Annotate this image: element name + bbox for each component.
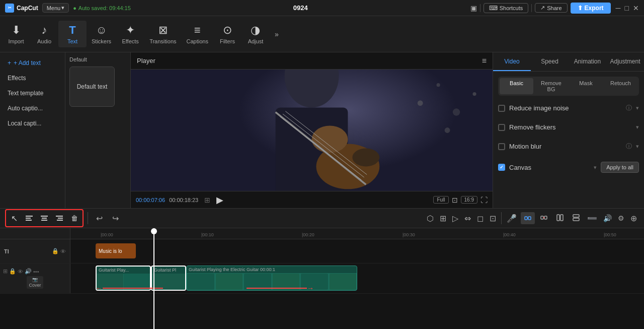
svg-rect-15 xyxy=(26,216,33,217)
text-track-visibility[interactable]: 👁 xyxy=(60,248,66,254)
mirror-tool-button[interactable]: ⇔ xyxy=(462,212,473,225)
tool-stickers[interactable]: ☺ Stickers xyxy=(87,21,116,47)
subtab-remove-bg[interactable]: Remove BG xyxy=(534,78,568,94)
svg-rect-23 xyxy=(57,220,63,221)
app-logo: ✂ CapCut xyxy=(5,4,38,13)
video-track-visibility[interactable]: 👁 xyxy=(18,269,23,275)
remove-flickers-checkbox[interactable] xyxy=(498,124,505,131)
tool-filters[interactable]: ⊙ Filters xyxy=(213,21,242,47)
export-button[interactable]: ⬆ Export xyxy=(571,3,611,14)
fullscreen-button[interactable]: ⛶ xyxy=(480,196,488,204)
crop-tool-button[interactable]: ⊡ xyxy=(488,212,498,225)
subtab-mask[interactable]: Mask xyxy=(569,78,603,94)
default-text-card[interactable]: Default text xyxy=(69,67,115,107)
close-button[interactable]: ✕ xyxy=(633,4,639,12)
redo-button[interactable]: ↪ xyxy=(108,211,122,225)
sidebar-item-auto-caption[interactable]: Auto captio... xyxy=(3,101,62,115)
tab-speed[interactable]: Speed xyxy=(531,52,569,71)
svg-point-12 xyxy=(472,92,476,96)
svg-rect-25 xyxy=(528,217,531,220)
motion-blur-chevron[interactable]: ▾ xyxy=(636,143,639,150)
tool-captions[interactable]: ≡ Captions xyxy=(182,21,213,47)
video-track-add[interactable]: ⊞ xyxy=(3,268,8,275)
canvas-checkbox[interactable]: ✓ xyxy=(498,164,505,171)
text-track-icon: TI xyxy=(4,248,9,254)
svg-rect-16 xyxy=(26,218,31,219)
tab-animation[interactable]: Animation xyxy=(569,52,606,71)
split-view-button[interactable]: ⊞ xyxy=(438,212,448,225)
menu-button[interactable]: Menu ▾ xyxy=(42,3,69,13)
full-size-button[interactable]: Full xyxy=(433,196,448,204)
play-preview-button[interactable]: ▷ xyxy=(450,212,460,225)
undo-button[interactable]: ↩ xyxy=(92,211,106,225)
ruler-mark-0: |00:00 xyxy=(101,232,113,237)
shortcuts-button[interactable]: ⌨ Shortcuts xyxy=(484,3,528,13)
text-clip[interactable]: Music is lo xyxy=(96,243,136,258)
tool-effects[interactable]: ✦ Effects xyxy=(116,21,144,47)
video-clip-1[interactable]: Guitarist Play... xyxy=(96,266,151,291)
remove-flickers-chevron[interactable]: ▾ xyxy=(636,124,639,130)
video-track-volume[interactable]: 🔊 xyxy=(25,268,32,275)
ruler-mark-10: |00:10 xyxy=(201,232,214,237)
add-text-button[interactable]: + + Add text xyxy=(3,56,62,70)
maximize-button[interactable]: □ xyxy=(625,4,629,12)
cover-badge[interactable]: 📷 Cover xyxy=(27,276,43,289)
tab-adjustment[interactable]: Adjustment xyxy=(606,52,644,71)
svg-rect-22 xyxy=(58,218,63,219)
unlink-clips-button[interactable] xyxy=(537,212,551,225)
volume-button[interactable]: 🔊 xyxy=(601,212,614,224)
player-menu-icon[interactable]: ≡ xyxy=(482,56,487,65)
canvas-label: Canvas xyxy=(509,164,590,171)
grid-tool2-button[interactable] xyxy=(569,212,583,225)
delete-tool-button[interactable]: 🗑 xyxy=(67,211,82,225)
video-track-more[interactable]: ••• xyxy=(33,269,39,275)
more-settings-button[interactable]: ⚙ xyxy=(616,212,626,224)
sidebar-item-text-template[interactable]: Text template xyxy=(3,86,62,100)
display-icon[interactable]: ▣ xyxy=(470,4,477,12)
shape-tool-button[interactable]: ⬡ xyxy=(425,212,436,225)
subtab-basic[interactable]: Basic xyxy=(500,78,533,94)
reduce-noise-checkbox[interactable] xyxy=(498,105,505,112)
motion-blur-label: Motion blur xyxy=(509,143,622,150)
select-region-button[interactable]: ◻ xyxy=(475,212,486,225)
apply-all-button[interactable]: Apply to all xyxy=(601,162,639,173)
tool-text[interactable]: T Text xyxy=(58,21,87,47)
align-right-button[interactable] xyxy=(52,211,66,225)
grid-tool1-button[interactable] xyxy=(553,212,567,225)
toolbar-expand[interactable]: » xyxy=(272,28,282,40)
tool-adjust[interactable]: ◑ Adjust xyxy=(242,21,270,47)
ruler-mark-20: |00:20 xyxy=(302,232,314,237)
sidebar-item-effects[interactable]: Effects xyxy=(3,71,62,85)
svg-rect-17 xyxy=(26,220,32,221)
minimize-button[interactable]: ─ xyxy=(616,4,621,12)
align-left-button[interactable] xyxy=(22,211,36,225)
video-clip-2[interactable]: Guitarist Pl xyxy=(151,266,186,291)
ruler-mark-50: |00:50 xyxy=(604,232,616,237)
align-center-button[interactable] xyxy=(37,211,51,225)
subtab-retouch[interactable]: Retouch xyxy=(604,78,637,94)
reduce-noise-info-icon[interactable]: ⓘ xyxy=(626,104,632,112)
tool-audio[interactable]: ♪ Audio xyxy=(30,21,58,47)
motion-blur-info-icon[interactable]: ⓘ xyxy=(626,142,632,151)
crop-button[interactable]: ⊡ xyxy=(452,196,458,204)
share-button[interactable]: ↗ Share xyxy=(535,3,567,13)
video-clip-3[interactable]: Guitarist Playing the Electric Guitar 00… xyxy=(186,266,357,291)
mic-button[interactable]: 🎤 xyxy=(505,212,519,225)
zoom-out-button[interactable]: ➖ xyxy=(585,212,599,225)
link-clips-button[interactable] xyxy=(521,212,535,224)
play-button[interactable]: ▶ xyxy=(216,194,223,206)
motion-blur-checkbox[interactable] xyxy=(498,143,505,150)
tool-transitions[interactable]: ⊠ Transitions xyxy=(144,21,181,47)
tool-import[interactable]: ⬇ Import xyxy=(2,21,30,47)
canvas-chevron[interactable]: ▾ xyxy=(594,164,597,171)
sidebar-item-local-caption[interactable]: Local capti... xyxy=(3,116,62,130)
zoom-expand-button[interactable]: ⊕ xyxy=(628,212,639,225)
text-track-lock[interactable]: 🔒 xyxy=(52,248,59,254)
video-track-lock[interactable]: 🔒 xyxy=(9,268,16,275)
svg-rect-24 xyxy=(525,217,527,220)
tab-video[interactable]: Video xyxy=(493,52,531,71)
remove-flickers-label: Remove flickers xyxy=(509,123,632,131)
ratio-button[interactable]: 16:9 xyxy=(461,196,477,204)
select-tool-button[interactable]: ↖ xyxy=(7,211,21,225)
grid-display-icon[interactable]: ⊞ xyxy=(204,196,210,204)
